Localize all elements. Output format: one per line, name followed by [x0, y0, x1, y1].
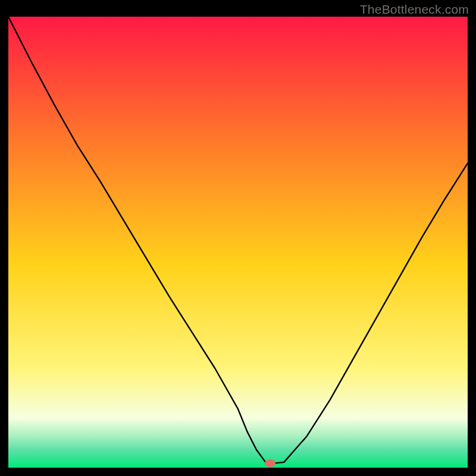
watermark-text: TheBottleneck.com [360, 2, 469, 17]
bottleneck-chart [8, 17, 468, 468]
chart-frame [8, 17, 468, 468]
minimum-marker [265, 459, 275, 467]
gradient-background [8, 17, 468, 468]
